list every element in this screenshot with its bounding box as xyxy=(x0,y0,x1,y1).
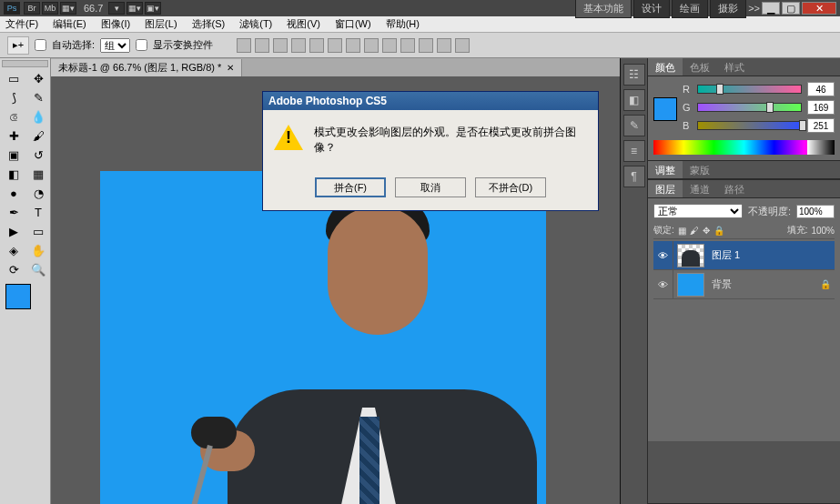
maximize-button[interactable]: ▢ xyxy=(782,2,800,15)
workspace-photo-tab[interactable]: 摄影 xyxy=(710,0,746,18)
dodge-tool[interactable]: ◔ xyxy=(26,184,50,202)
cancel-button[interactable]: 取消 xyxy=(395,177,466,197)
auto-select-mode-select[interactable]: 组 xyxy=(100,38,130,53)
swatches-panel-icon[interactable]: ◧ xyxy=(623,89,645,111)
layer-thumbnail[interactable] xyxy=(677,273,704,297)
lock-position-icon[interactable]: ✥ xyxy=(703,226,710,236)
lock-pixels-icon[interactable]: 🖌 xyxy=(690,226,699,236)
text-tool[interactable]: T xyxy=(26,203,50,221)
layer-name[interactable]: 图层 1 xyxy=(708,248,835,262)
move-tool[interactable]: ✥ xyxy=(26,69,50,87)
masks-tab[interactable]: 蒙版 xyxy=(683,161,717,178)
lock-transparency-icon[interactable]: ▦ xyxy=(678,226,686,236)
screen-button[interactable]: ▣▾ xyxy=(145,2,161,15)
distribute-icon[interactable] xyxy=(419,38,433,53)
panel-grip[interactable] xyxy=(2,60,48,67)
color-swatch[interactable] xyxy=(5,284,42,317)
shape-tool[interactable]: ▭ xyxy=(26,222,50,240)
close-doc-icon[interactable]: ✕ xyxy=(227,63,234,73)
fill-value[interactable]: 100% xyxy=(811,226,835,236)
mb-button[interactable]: Mb xyxy=(42,2,58,15)
styles-panel-tab[interactable]: 样式 xyxy=(717,58,752,76)
r-value[interactable]: 46 xyxy=(807,82,835,96)
rotate-tool[interactable]: ⟳ xyxy=(2,260,25,278)
align-icon[interactable] xyxy=(237,38,251,53)
menu-layer[interactable]: 图层(L) xyxy=(145,17,177,31)
align-icon[interactable] xyxy=(309,38,324,53)
document-tab[interactable]: 未标题-1 @ 66.7% (图层 1, RGB/8) * ✕ xyxy=(51,59,242,76)
close-button[interactable]: ✕ xyxy=(802,2,836,15)
paths-tab[interactable]: 路径 xyxy=(717,180,752,197)
menu-filter[interactable]: 滤镜(T) xyxy=(239,17,272,31)
adjustments-tab[interactable]: 调整 xyxy=(648,161,683,178)
workspace-paint-tab[interactable]: 绘画 xyxy=(672,0,708,18)
layers-tab[interactable]: 图层 xyxy=(648,180,683,197)
history-panel-icon[interactable]: ☷ xyxy=(623,64,645,86)
dont-flatten-button[interactable]: 不拼合(D) xyxy=(475,177,546,197)
move-tool-icon[interactable]: ▸+ xyxy=(7,36,29,55)
br-button[interactable]: Br xyxy=(24,2,40,15)
workspace-design-tab[interactable]: 设计 xyxy=(633,0,670,18)
channels-tab[interactable]: 通道 xyxy=(683,180,717,197)
healing-tool[interactable]: ✚ xyxy=(2,126,25,145)
workspace-essentials-tab[interactable]: 基本功能 xyxy=(575,0,632,18)
lasso-tool[interactable]: ⟆ xyxy=(2,88,25,106)
menu-image[interactable]: 图像(I) xyxy=(101,17,130,31)
g-value[interactable]: 169 xyxy=(807,100,835,115)
history-brush-tool[interactable]: ↺ xyxy=(26,146,50,164)
r-slider[interactable] xyxy=(697,85,802,94)
zoom-tool[interactable]: 🔍 xyxy=(26,260,50,278)
color-preview-swatch[interactable] xyxy=(653,97,677,121)
menu-select[interactable]: 选择(S) xyxy=(192,17,226,31)
g-slider[interactable] xyxy=(697,103,802,112)
dialog-title-bar[interactable]: Adobe Photoshop CS5 xyxy=(263,92,598,110)
fg-color-swatch[interactable] xyxy=(5,284,31,309)
gradient-tool[interactable]: ▦ xyxy=(26,165,50,183)
layer-thumbnail[interactable] xyxy=(677,244,704,267)
color-panel-tab[interactable]: 颜色 xyxy=(648,58,683,76)
layer-name[interactable]: 背景 xyxy=(708,277,820,291)
brush-tool[interactable]: 🖌 xyxy=(26,126,50,145)
distribute-icon[interactable] xyxy=(346,38,360,53)
3d-tool[interactable]: ◈ xyxy=(2,241,25,259)
eyedropper-tool[interactable]: 💧 xyxy=(26,107,50,126)
layer-item-1[interactable]: 👁 图层 1 xyxy=(653,241,835,270)
distribute-icon[interactable] xyxy=(382,38,397,53)
zoom-value[interactable]: 66.7 xyxy=(84,3,103,14)
b-slider[interactable] xyxy=(697,121,802,130)
zoom-slider-button[interactable]: ▾ xyxy=(108,2,125,15)
styles-panel-icon[interactable]: ≡ xyxy=(623,140,645,162)
menu-view[interactable]: 视图(V) xyxy=(287,17,320,31)
pen-tool[interactable]: ✒ xyxy=(2,203,25,221)
menu-file[interactable]: 文件(F) xyxy=(5,17,38,31)
align-icon[interactable] xyxy=(328,38,342,53)
minimize-button[interactable]: ▁ xyxy=(762,2,780,15)
path-select-tool[interactable]: ▶ xyxy=(2,222,25,240)
menu-window[interactable]: 窗口(W) xyxy=(335,17,371,31)
crop-tool[interactable]: ⟃ xyxy=(2,107,25,126)
align-icon[interactable] xyxy=(273,38,288,53)
visibility-toggle-icon[interactable]: 👁 xyxy=(653,270,673,298)
distribute-icon[interactable] xyxy=(364,38,379,53)
screen-mode-button[interactable]: ▦▾ xyxy=(60,2,76,15)
flatten-button[interactable]: 拼合(F) xyxy=(315,177,386,197)
opacity-value[interactable]: 100% xyxy=(796,205,835,218)
menu-edit[interactable]: 编辑(E) xyxy=(53,17,86,31)
b-value[interactable]: 251 xyxy=(807,118,835,133)
stamp-tool[interactable]: ▣ xyxy=(2,146,25,164)
canvas[interactable]: Adobe Photoshop CS5 ! 模式更改会影响图层的外观。是否在模式… xyxy=(51,76,620,504)
auto-select-checkbox[interactable] xyxy=(35,39,46,51)
distribute-icon[interactable] xyxy=(437,38,451,53)
quick-select-tool[interactable]: ✎ xyxy=(26,88,50,106)
show-transform-checkbox[interactable] xyxy=(136,39,147,51)
distribute-icon[interactable] xyxy=(400,38,415,53)
layer-item-background[interactable]: 👁 背景 🔒 xyxy=(653,270,835,299)
lock-all-icon[interactable]: 🔒 xyxy=(713,226,724,236)
workspace-more[interactable]: >> xyxy=(748,3,760,14)
align-icon[interactable] xyxy=(291,38,306,53)
menu-help[interactable]: 帮助(H) xyxy=(386,17,420,31)
swatches-panel-tab[interactable]: 色板 xyxy=(683,58,717,76)
brush-panel-icon[interactable]: ✎ xyxy=(623,115,645,136)
auto-align-icon[interactable] xyxy=(455,38,470,53)
spectrum-picker[interactable] xyxy=(653,140,835,155)
